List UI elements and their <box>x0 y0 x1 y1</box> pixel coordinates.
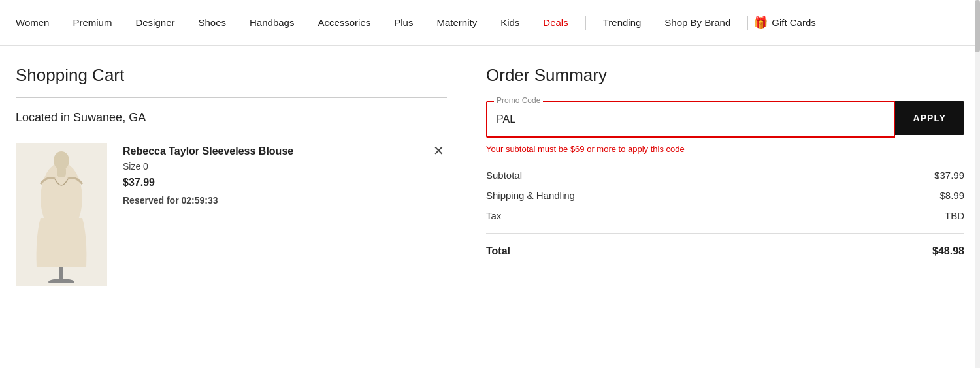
nav-item-shoes[interactable]: Shoes <box>186 17 238 28</box>
gift-cards-label: Gift Cards <box>772 17 816 28</box>
total-label: Total <box>486 245 510 257</box>
promo-label: Promo Code <box>494 96 543 105</box>
reserved-timer: 02:59:33 <box>181 195 218 206</box>
cart-divider <box>16 97 447 98</box>
nav-gift-cards[interactable]: 🎁 Gift Cards <box>753 16 816 30</box>
shipping-value: $8.99 <box>939 190 964 201</box>
order-divider <box>486 233 964 234</box>
cart-item: Rebecca Taylor Sleeveless Blouse Size 0 … <box>16 143 447 286</box>
svg-point-1 <box>48 279 74 283</box>
cart-section: Shopping Cart Located in Suwanee, GA <box>16 65 473 286</box>
nav-item-women[interactable]: Women <box>16 17 61 28</box>
item-price: $37.99 <box>123 177 447 189</box>
cart-item-image <box>16 143 107 286</box>
product-image <box>22 146 101 283</box>
nav-item-shop-by-brand[interactable]: Shop By Brand <box>653 17 742 28</box>
nav-item-accessories[interactable]: Accessories <box>306 17 382 28</box>
shipping-label: Shipping & Handling <box>486 190 575 201</box>
nav-divider-1 <box>585 16 586 30</box>
nav-divider-2 <box>747 16 748 30</box>
nav-item-deals[interactable]: Deals <box>531 17 580 28</box>
promo-error-message: Your subtotal must be $69 or more to app… <box>486 144 964 154</box>
tax-value: TBD <box>945 210 964 221</box>
main-content: Shopping Cart Located in Suwanee, GA <box>0 46 980 306</box>
cart-item-details: Rebecca Taylor Sleeveless Blouse Size 0 … <box>123 143 447 206</box>
svg-point-4 <box>54 151 69 170</box>
subtotal-value: $37.99 <box>934 170 964 181</box>
main-nav: Women Premium Designer Shoes Handbags Ac… <box>0 0 980 46</box>
promo-input[interactable] <box>487 102 894 136</box>
scrollbar-track[interactable] <box>975 0 980 368</box>
nav-item-trending[interactable]: Trending <box>591 17 653 28</box>
nav-item-maternity[interactable]: Maternity <box>425 17 489 28</box>
tax-label: Tax <box>486 210 501 221</box>
shipping-row: Shipping & Handling $8.99 <box>486 190 964 201</box>
subtotal-label: Subtotal <box>486 170 522 181</box>
nav-item-kids[interactable]: Kids <box>489 17 531 28</box>
order-section: Order Summary Promo Code APPLY Your subt… <box>473 65 964 286</box>
cart-title: Shopping Cart <box>16 65 447 85</box>
promo-row: Promo Code APPLY <box>486 101 964 138</box>
order-title: Order Summary <box>486 65 964 85</box>
item-reserved: Reserved for 02:59:33 <box>123 195 447 206</box>
nav-item-premium[interactable]: Premium <box>61 17 123 28</box>
item-name: Rebecca Taylor Sleeveless Blouse <box>123 146 447 157</box>
nav-item-designer[interactable]: Designer <box>123 17 186 28</box>
remove-item-button[interactable]: ✕ <box>431 143 447 159</box>
nav-item-handbags[interactable]: Handbags <box>238 17 306 28</box>
cart-location: Located in Suwanee, GA <box>16 111 447 125</box>
tax-row: Tax TBD <box>486 210 964 221</box>
item-size: Size 0 <box>123 161 447 172</box>
nav-item-plus[interactable]: Plus <box>382 17 425 28</box>
reserved-label: Reserved for <box>123 195 181 206</box>
total-row: Total $48.98 <box>486 245 964 257</box>
gift-icon: 🎁 <box>753 16 768 30</box>
apply-promo-button[interactable]: APPLY <box>895 101 964 135</box>
promo-input-wrapper: Promo Code <box>486 101 895 138</box>
scrollbar-thumb[interactable] <box>975 0 980 52</box>
total-value: $48.98 <box>932 245 964 257</box>
subtotal-row: Subtotal $37.99 <box>486 170 964 181</box>
